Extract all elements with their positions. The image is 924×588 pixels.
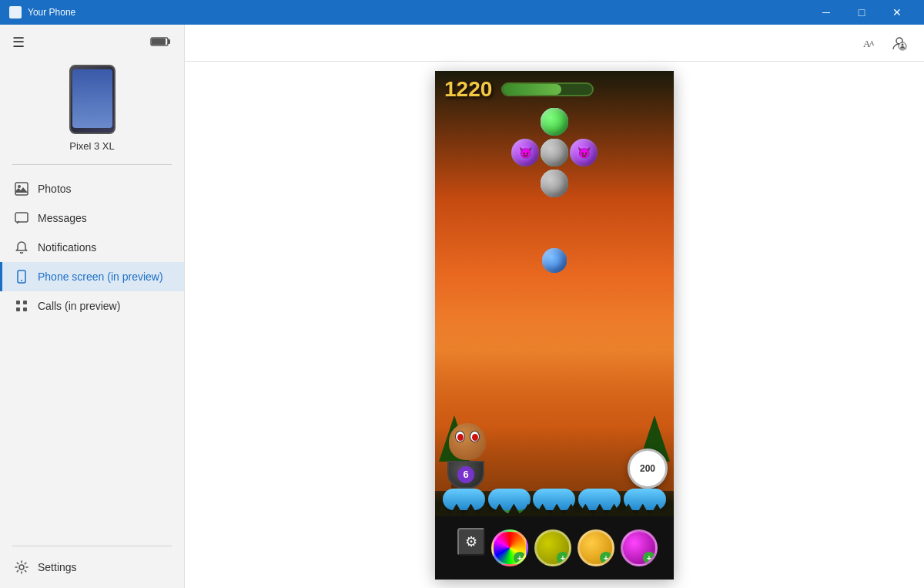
powerup-wave[interactable]: +: [621, 529, 658, 566]
sidebar-item-photos[interactable]: Photos: [0, 174, 184, 203]
score-number: 1220: [444, 77, 492, 102]
svg-point-12: [19, 565, 24, 570]
sidebar-item-settings[interactable]: Settings: [0, 553, 184, 582]
phone-thumbnail-screen: [72, 69, 112, 128]
svg-rect-10: [16, 307, 20, 311]
titlebar-left: Your Phone: [9, 6, 75, 18]
game-screen: 1220 😈: [435, 71, 674, 580]
sidebar-bottom-divider: [12, 546, 172, 546]
game-score-area: 1220: [444, 77, 594, 102]
cauldron: 6: [447, 461, 484, 489]
bubble: [541, 108, 568, 136]
flying-bubbles: 😈: [508, 248, 601, 273]
sidebar-item-notifications-label: Notifications: [38, 241, 96, 254]
sidebar-item-calls-label: Calls (in preview): [38, 300, 120, 312]
progress-fill: [503, 84, 561, 95]
progress-bar: [501, 82, 594, 96]
main-layout: ☰ Pixel 3 XL: [0, 25, 924, 588]
bubble: [541, 170, 568, 197]
powerup-coin[interactable]: +: [578, 529, 614, 566]
pupil-right: [472, 434, 478, 441]
svg-rect-3: [15, 183, 28, 195]
sidebar-top-divider: [12, 164, 172, 165]
svg-rect-1: [168, 39, 170, 44]
powerup-plus-icon: +: [514, 552, 526, 564]
window-controls: ─ □ ✕: [808, 0, 915, 25]
svg-rect-11: [23, 307, 27, 311]
svg-rect-8: [16, 301, 20, 304]
eye-right: [470, 431, 480, 442]
bell-icon: [15, 240, 28, 254]
image-icon: [15, 182, 28, 196]
sidebar-item-phone-screen[interactable]: Phone screen (in preview): [0, 262, 184, 291]
sidebar-item-messages-label: Messages: [38, 212, 87, 224]
battery-icon: [150, 36, 172, 49]
maximize-button[interactable]: □: [844, 0, 879, 25]
character-area: 6 200: [435, 423, 674, 489]
bubble: 😈: [570, 139, 598, 166]
sidebar-bottom: Settings: [0, 539, 184, 588]
bubble: [541, 139, 568, 166]
bubble-row-1: 😈: [435, 108, 674, 136]
minimize-button[interactable]: ─: [808, 0, 844, 25]
powerup-plus-icon: +: [557, 552, 569, 564]
powerup-plus-icon: +: [600, 552, 612, 564]
sidebar-item-photos-label: Photos: [38, 183, 72, 195]
character-group: 6: [441, 423, 495, 489]
close-button[interactable]: ✕: [879, 0, 915, 25]
bubble-row-2: 😈 🌊 😈: [435, 139, 674, 166]
phone-display[interactable]: 1220 😈: [435, 71, 674, 580]
platform: [533, 489, 575, 510]
bubble: [542, 248, 567, 273]
nav-items: Photos Messages Notifi: [0, 171, 184, 539]
bubble: 😈: [511, 139, 539, 166]
hamburger-icon[interactable]: ☰: [12, 34, 25, 51]
app-title: Your Phone: [28, 7, 75, 18]
titlebar: Your Phone ─ □ ✕: [0, 0, 924, 25]
character-head: [449, 423, 486, 460]
account-button[interactable]: [887, 31, 912, 55]
eye-left: [455, 431, 465, 442]
character-eyes: [449, 423, 486, 442]
device-name: Pixel 3 XL: [69, 140, 115, 152]
sidebar-item-settings-label: Settings: [38, 561, 77, 573]
device-image: [69, 65, 116, 134]
sidebar-header: ☰: [0, 25, 184, 57]
sidebar-item-messages[interactable]: Messages: [0, 203, 184, 233]
sidebar: ☰ Pixel 3 XL: [0, 25, 185, 588]
platform: [443, 489, 485, 510]
sidebar-item-calls[interactable]: Calls (in preview): [0, 291, 184, 321]
sidebar-item-notifications[interactable]: Notifications: [0, 233, 184, 262]
platform: [488, 489, 531, 510]
platform: [624, 489, 666, 510]
content-area: A A 1220: [185, 25, 924, 588]
content-toolbar: A A: [185, 25, 924, 62]
game-settings-button[interactable]: ⚙: [457, 528, 485, 556]
svg-point-17: [902, 43, 904, 45]
pupil-left: [457, 434, 464, 441]
svg-point-4: [18, 185, 21, 188]
svg-text:A: A: [869, 39, 875, 47]
cauldron-number: 6: [457, 466, 474, 483]
powerup-bar: ⚙ + + + +: [435, 516, 674, 580]
powerup-rainbow[interactable]: +: [491, 529, 528, 566]
message-icon: [15, 211, 28, 225]
sidebar-item-phone-screen-label: Phone screen (in preview): [38, 270, 163, 283]
svg-rect-5: [15, 213, 28, 222]
settings-icon: [15, 560, 28, 574]
score-badge: 200: [628, 449, 668, 489]
text-size-button[interactable]: A A: [856, 31, 881, 55]
powerup-pacman[interactable]: +: [534, 529, 571, 566]
powerup-plus-icon: +: [643, 552, 655, 564]
svg-rect-9: [23, 301, 27, 304]
device-section: Pixel 3 XL: [0, 57, 184, 164]
svg-point-7: [21, 280, 22, 281]
svg-rect-2: [152, 39, 166, 45]
grid-icon: [15, 299, 28, 313]
app-icon: [9, 6, 22, 18]
phone-screen-container: 1220 😈: [185, 62, 924, 588]
phone-icon: [15, 270, 28, 284]
